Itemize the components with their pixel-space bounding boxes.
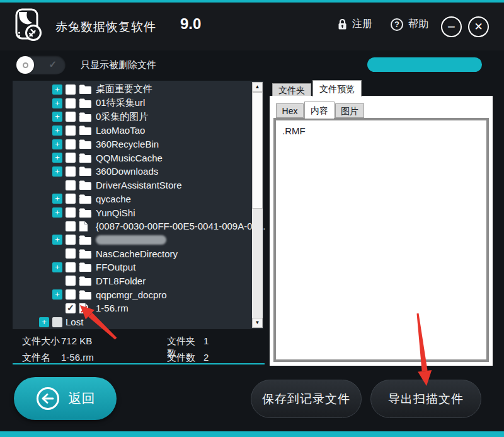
back-button-label: 返回 <box>69 390 95 407</box>
expand-icon[interactable]: + <box>52 166 62 177</box>
folder-icon <box>79 234 93 245</box>
lock-icon <box>338 18 347 30</box>
tree-item-label: NasCacheDirectory <box>96 248 178 259</box>
tree-row[interactable]: + YunQiShi <box>13 206 251 219</box>
tree-row[interactable]: + NasCacheDirectory <box>13 247 251 260</box>
tree-row[interactable]: + DTL8Folder <box>13 274 251 288</box>
export-button-label: 导出扫描文件 <box>388 391 464 407</box>
checkbox[interactable] <box>66 194 76 204</box>
tree-row[interactable]: + <box>13 233 251 247</box>
toggle-label: 只显示被删除文件 <box>81 59 156 71</box>
expand-icon[interactable]: + <box>52 139 62 149</box>
file-count-value: 2 <box>203 352 255 364</box>
tree-item-label: 1-56.rm <box>96 303 129 313</box>
expand-icon[interactable]: + <box>52 153 62 163</box>
tree-item-label: 360Downloads <box>96 166 158 177</box>
tree-item-label: qycache <box>96 194 131 204</box>
selection-stats: 文件大小 712 KB 文件夹数 1 文件名 1-56.rm 文件数 2 <box>13 330 265 364</box>
checkbox[interactable] <box>66 235 76 245</box>
scrollbar-thumb[interactable] <box>252 92 263 209</box>
expand-icon[interactable]: + <box>39 317 49 327</box>
tree-row[interactable]: + 1-56.rm <box>13 301 251 315</box>
app-version: 9.0 <box>180 15 201 33</box>
save-to-record-button[interactable]: 保存到记录文件 <box>251 380 362 418</box>
folder-icon <box>79 193 93 204</box>
checkbox[interactable] <box>66 262 76 272</box>
checkbox[interactable] <box>66 276 76 286</box>
expand-icon[interactable]: + <box>52 125 62 136</box>
titlebar: 赤兔数据恢复软件 9.0 注册 ? 帮助 − ✕ <box>0 3 504 50</box>
tree-row[interactable]: + qqpcmgr_docpro <box>13 288 251 301</box>
checkbox[interactable] <box>66 248 76 259</box>
expand-icon[interactable]: + <box>52 194 62 204</box>
subtab-content[interactable]: 内容 <box>304 102 335 119</box>
tree-scrollbar[interactable]: ▲ ▼ <box>252 82 263 328</box>
checkbox[interactable] <box>66 98 76 108</box>
tree-row[interactable]: + qycache <box>13 192 251 206</box>
tree-row[interactable]: + 0采集的图片 <box>13 110 251 124</box>
checkbox[interactable] <box>66 84 76 95</box>
deleted-files-toggle[interactable]: ✓ <box>16 55 66 74</box>
tree-row[interactable]: + Lost <box>13 315 251 329</box>
checkbox[interactable] <box>66 112 76 122</box>
expand-icon[interactable]: + <box>52 207 62 218</box>
tree-row[interactable]: + 360Downloads <box>13 165 251 178</box>
checkbox[interactable] <box>66 180 76 190</box>
tree-row[interactable]: + FFOutput <box>13 260 251 274</box>
tree-row[interactable]: + 01待采集url <box>13 96 251 110</box>
tree-item-label: YunQiShi <box>96 207 135 218</box>
subtab-hex[interactable]: Hex <box>276 103 304 118</box>
back-button[interactable]: 返回 <box>14 377 117 420</box>
checkbox[interactable] <box>66 125 76 136</box>
tree-row[interactable]: + LaoMaoTao <box>13 124 251 137</box>
checkbox[interactable] <box>52 317 62 327</box>
help-button[interactable]: ? 帮助 <box>391 18 428 31</box>
app-logo-icon <box>14 8 43 43</box>
tree-row[interactable]: + DriverAssistantStore <box>13 178 251 192</box>
folder-icon <box>79 139 93 150</box>
checkbox[interactable] <box>66 289 76 300</box>
tab-folder[interactable]: 文件夹 <box>272 83 311 96</box>
tree-item-label: 360RecycleBin <box>96 139 159 149</box>
subtab-image[interactable]: 图片 <box>335 103 364 118</box>
tab-file-preview[interactable]: 文件预览 <box>312 80 362 96</box>
register-button[interactable]: 注册 <box>338 18 372 31</box>
minimize-button[interactable]: − <box>441 16 462 37</box>
scroll-up-button[interactable]: ▲ <box>252 82 263 92</box>
tree-row[interactable]: + {0087-0030-00FF-00E5-0041-009A-00... <box>13 219 251 233</box>
toggle-knob[interactable] <box>16 56 34 74</box>
tree-item-label: 0采集的图片 <box>96 111 148 123</box>
expand-icon[interactable]: + <box>52 289 62 300</box>
folder-icon <box>79 152 93 163</box>
tree-item-label: {0087-0030-00FF-00E5-0041-009A-00... <box>96 221 265 231</box>
tree-item-label: 01待采集url <box>96 97 145 109</box>
close-button[interactable]: ✕ <box>468 16 489 37</box>
export-scan-button[interactable]: 导出扫描文件 <box>370 380 481 418</box>
tree-item-label: qqpcmgr_docpro <box>96 289 167 300</box>
file-name-label: 文件名 <box>22 352 61 364</box>
expand-icon[interactable]: + <box>52 84 62 95</box>
scroll-down-button[interactable]: ▼ <box>252 318 263 328</box>
folder-icon <box>79 125 93 136</box>
tree-row[interactable]: + 桌面重要文件 <box>13 83 251 96</box>
expand-icon[interactable]: + <box>52 112 62 122</box>
folder-icon <box>79 207 93 218</box>
checkbox[interactable] <box>66 139 76 149</box>
folder-icon <box>79 289 93 300</box>
toggle-check-icon: ✓ <box>49 59 57 70</box>
expand-icon[interactable]: + <box>52 235 62 245</box>
expand-icon[interactable]: + <box>52 98 62 108</box>
checkbox[interactable] <box>66 153 76 163</box>
checkbox[interactable] <box>66 303 76 313</box>
checkbox[interactable] <box>66 221 76 231</box>
tree-row[interactable]: + QQMusicCache <box>13 151 251 165</box>
bottom-accent-strip <box>0 431 504 437</box>
tree-panel: + 桌面重要文件 + 01待采集url + <box>13 81 263 329</box>
tree-row[interactable]: + 360RecycleBin <box>13 137 251 151</box>
expand-icon[interactable]: + <box>52 262 62 272</box>
app-title: 赤兔数据恢复软件 <box>55 19 156 35</box>
preview-area[interactable]: .RMF <box>273 118 489 362</box>
folder-icon <box>79 248 93 259</box>
checkbox[interactable] <box>66 207 76 218</box>
checkbox[interactable] <box>66 166 76 177</box>
